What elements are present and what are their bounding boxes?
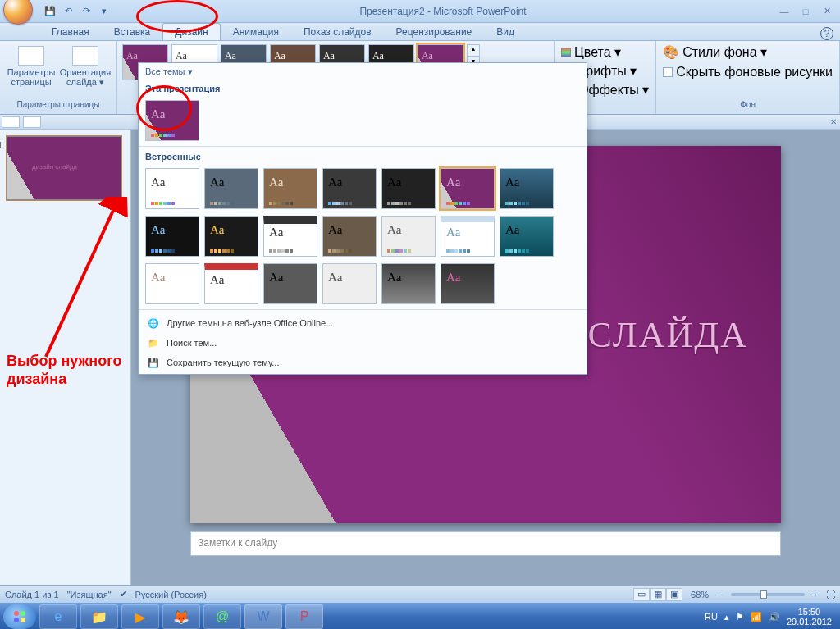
slide-thumb-text: дизайн слайда bbox=[32, 163, 77, 171]
gallery-save-theme[interactable]: 💾Сохранить текущую тему... bbox=[139, 353, 587, 372]
gallery-builtin-label: Встроенные bbox=[139, 148, 587, 165]
gallery-all-themes[interactable]: Все темы ▾ bbox=[139, 63, 587, 80]
zoom-percent[interactable]: 68% bbox=[691, 590, 709, 599]
gallery-theme[interactable]: Аа bbox=[322, 168, 377, 209]
status-language[interactable]: Русский (Россия) bbox=[135, 590, 207, 599]
svg-point-2 bbox=[14, 618, 19, 622]
help-icon[interactable]: ? bbox=[820, 27, 833, 40]
gallery-theme[interactable]: Аа bbox=[145, 263, 199, 304]
colors-label: Цвета ▾ bbox=[574, 44, 621, 60]
status-slide-count: Слайд 1 из 1 bbox=[5, 590, 59, 599]
slide-thumbnail-1[interactable]: 1 дизайн слайда bbox=[7, 136, 121, 200]
pane-close-icon[interactable]: ✕ bbox=[830, 117, 837, 126]
taskbar-word[interactable]: W bbox=[244, 604, 282, 629]
tray-network-icon[interactable]: 📶 bbox=[751, 612, 762, 622]
tab-view[interactable]: Вид bbox=[484, 23, 527, 40]
bg-group-label: Фон bbox=[663, 98, 833, 111]
gallery-theme[interactable]: Аа bbox=[263, 216, 317, 257]
start-button[interactable] bbox=[3, 604, 36, 629]
zoom-in-button[interactable]: + bbox=[813, 590, 818, 599]
page-params-group-label: Параметры страницы bbox=[7, 98, 110, 111]
close-button[interactable]: ✕ bbox=[817, 5, 837, 18]
slide-title-text: СЛАЙДА bbox=[588, 314, 748, 356]
tray-volume-icon[interactable]: 🔊 bbox=[769, 612, 780, 622]
svg-point-1 bbox=[21, 611, 25, 616]
gallery-theme[interactable]: Аа bbox=[204, 168, 258, 209]
status-theme: "Изящная" bbox=[67, 590, 112, 599]
slides-view-tab[interactable] bbox=[23, 116, 41, 128]
gallery-theme[interactable]: Аа bbox=[322, 263, 377, 304]
window-title: Презентация2 - Microsoft PowerPoint bbox=[112, 6, 774, 17]
themes-scroll-up[interactable]: ▴ bbox=[467, 44, 480, 57]
view-normal-button[interactable]: ▭ bbox=[633, 588, 650, 601]
qat-save[interactable]: 💾 bbox=[43, 4, 57, 19]
gallery-more-online[interactable]: 🌐Другие темы на веб-узле Office Online..… bbox=[139, 313, 587, 333]
tray-show-hidden-icon[interactable]: ▴ bbox=[724, 612, 729, 622]
fit-window-button[interactable]: ⛶ bbox=[826, 590, 835, 599]
orientation-label: Ориентация слайда ▾ bbox=[60, 67, 111, 88]
tab-design[interactable]: Дизайн bbox=[162, 23, 220, 40]
page-setup-label: Параметры страницы bbox=[7, 67, 56, 87]
tab-insert[interactable]: Вставка bbox=[102, 23, 163, 40]
minimize-button[interactable]: — bbox=[774, 5, 794, 18]
taskbar-firefox[interactable]: 🦊 bbox=[162, 604, 200, 629]
tray-clock[interactable]: 15:50 29.01.2012 bbox=[787, 607, 832, 627]
save-theme-label: Сохранить текущую тему... bbox=[167, 358, 279, 367]
tab-animation[interactable]: Анимация bbox=[221, 23, 291, 40]
colors-button[interactable]: Цвета ▾ bbox=[561, 44, 621, 60]
zoom-out-button[interactable]: − bbox=[717, 590, 722, 599]
tab-review[interactable]: Рецензирование bbox=[384, 23, 485, 40]
view-slideshow-button[interactable]: ▣ bbox=[666, 588, 682, 601]
qat-customize[interactable]: ▾ bbox=[97, 4, 112, 19]
view-sorter-button[interactable]: ▦ bbox=[650, 588, 666, 601]
taskbar-powerpoint[interactable]: P bbox=[285, 604, 323, 629]
notes-field[interactable]: Заметки к слайду bbox=[190, 531, 781, 556]
hide-bg-label: Скрыть фоновые рисунки bbox=[676, 65, 833, 80]
gallery-theme[interactable]: Аа bbox=[441, 216, 495, 257]
gallery-theme[interactable]: Аа bbox=[381, 168, 436, 209]
gallery-theme[interactable]: Аа bbox=[204, 263, 258, 304]
gallery-theme[interactable]: Аа bbox=[381, 216, 436, 257]
gallery-theme[interactable]: Аа bbox=[322, 216, 377, 257]
tab-home[interactable]: Главная bbox=[39, 23, 102, 40]
gallery-theme[interactable]: Аа bbox=[441, 263, 495, 304]
gallery-theme[interactable]: Аа bbox=[263, 263, 317, 304]
office-button[interactable] bbox=[3, 0, 33, 25]
page-setup-button[interactable]: Параметры страницы bbox=[7, 44, 56, 89]
taskbar-mail[interactable]: @ bbox=[203, 604, 241, 629]
tray-flag-icon[interactable]: ⚑ bbox=[736, 612, 744, 622]
maximize-button[interactable]: □ bbox=[796, 5, 815, 18]
hide-bg-checkbox[interactable]: Скрыть фоновые рисунки bbox=[663, 65, 833, 80]
taskbar-mediaplayer[interactable]: ▶ bbox=[121, 604, 159, 629]
gallery-theme[interactable]: Аа bbox=[145, 216, 199, 257]
qat-undo[interactable]: ↶ bbox=[61, 4, 75, 19]
tab-slideshow[interactable]: Показ слайдов bbox=[291, 23, 384, 40]
spellcheck-icon[interactable]: ✔ bbox=[120, 589, 127, 599]
gallery-theme[interactable]: Аа bbox=[204, 216, 258, 257]
gallery-theme-current[interactable]: Аа bbox=[145, 100, 199, 141]
taskbar-explorer[interactable]: 📁 bbox=[80, 604, 118, 629]
slide-orientation-button[interactable]: Ориентация слайда ▾ bbox=[61, 44, 110, 89]
bg-styles-button[interactable]: 🎨Стили фона ▾ bbox=[663, 44, 767, 60]
tray-lang[interactable]: RU bbox=[705, 612, 718, 622]
gallery-theme[interactable]: Аа bbox=[500, 216, 554, 257]
gallery-theme[interactable]: Аа bbox=[263, 168, 317, 209]
zoom-slider[interactable] bbox=[731, 593, 805, 596]
gallery-theme[interactable]: Аа bbox=[381, 263, 436, 304]
outline-view-tab[interactable] bbox=[2, 116, 20, 128]
gallery-theme[interactable]: Аа bbox=[145, 168, 199, 209]
gallery-theme-selected[interactable]: Аа bbox=[441, 168, 495, 209]
slide-number: 1 bbox=[0, 140, 2, 150]
slide-thumbnail-pane: 1 дизайн слайда bbox=[0, 130, 131, 585]
svg-point-0 bbox=[14, 611, 19, 616]
folder-icon: 📁 bbox=[147, 336, 160, 349]
bg-styles-label: Стили фона ▾ bbox=[682, 44, 767, 60]
taskbar-ie[interactable]: e bbox=[39, 604, 77, 629]
gallery-search-themes[interactable]: 📁Поиск тем... bbox=[139, 333, 587, 353]
qat-redo[interactable]: ↷ bbox=[79, 4, 94, 19]
save-icon: 💾 bbox=[147, 356, 160, 369]
gallery-this-presentation-label: Эта презентация bbox=[139, 80, 587, 97]
gallery-theme[interactable]: Аа bbox=[500, 168, 554, 209]
more-online-label: Другие темы на веб-узле Office Online... bbox=[167, 318, 333, 328]
effects-label: Эффекты ▾ bbox=[579, 82, 649, 98]
